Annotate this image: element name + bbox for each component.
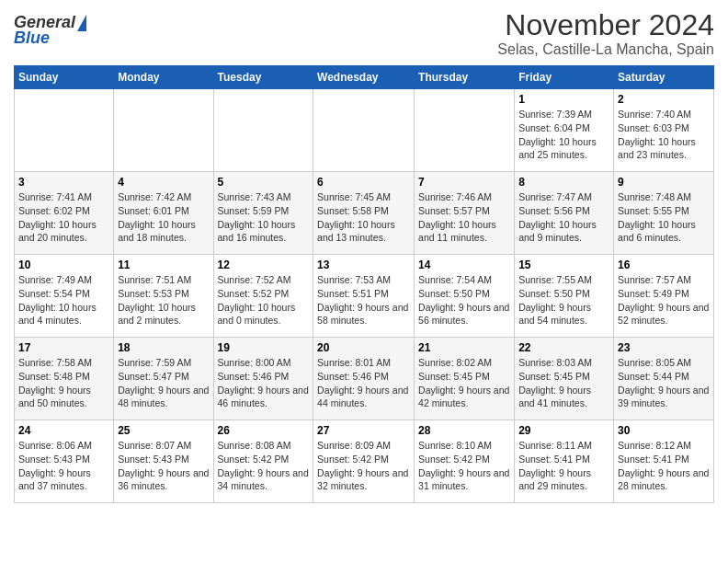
day-info: Sunrise: 8:07 AMSunset: 5:43 PMDaylight:…: [118, 439, 209, 493]
day-info: Sunrise: 7:52 AMSunset: 5:52 PMDaylight:…: [218, 273, 310, 327]
day-number: 29: [518, 424, 609, 437]
calendar-cell: 10Sunrise: 7:49 AMSunset: 5:54 PMDayligh…: [15, 255, 114, 338]
day-info: Sunrise: 8:05 AMSunset: 5:44 PMDaylight:…: [618, 356, 710, 410]
calendar-cell: 21Sunrise: 8:02 AMSunset: 5:45 PMDayligh…: [415, 338, 515, 420]
day-info: Sunrise: 7:51 AMSunset: 5:53 PMDaylight:…: [118, 273, 209, 327]
day-number: 24: [18, 424, 109, 437]
calendar-cell: [15, 89, 114, 172]
calendar-cell: [415, 89, 515, 172]
day-number: 12: [218, 259, 310, 271]
calendar-cell: 13Sunrise: 7:53 AMSunset: 5:51 PMDayligh…: [313, 255, 415, 338]
calendar-cell: 14Sunrise: 7:54 AMSunset: 5:50 PMDayligh…: [415, 255, 515, 338]
calendar-header: Sunday Monday Tuesday Wednesday Thursday…: [15, 66, 714, 89]
day-number: 27: [317, 424, 410, 437]
calendar-cell: 23Sunrise: 8:05 AMSunset: 5:44 PMDayligh…: [614, 338, 714, 420]
calendar-cell: 22Sunrise: 8:03 AMSunset: 5:45 PMDayligh…: [515, 338, 614, 420]
day-number: 5: [218, 176, 310, 189]
day-info: Sunrise: 7:55 AMSunset: 5:50 PMDaylight:…: [518, 273, 609, 327]
calendar-week-2: 3Sunrise: 7:41 AMSunset: 6:02 PMDaylight…: [15, 172, 714, 255]
day-info: Sunrise: 7:49 AMSunset: 5:54 PMDaylight:…: [18, 273, 109, 327]
day-number: 2: [618, 93, 710, 106]
day-number: 1: [518, 93, 609, 106]
calendar-cell: 24Sunrise: 8:06 AMSunset: 5:43 PMDayligh…: [15, 420, 114, 503]
logo-icon: [77, 15, 86, 31]
header-monday: Monday: [114, 66, 213, 89]
header: General Blue November 2024 Selas, Castil…: [14, 9, 714, 58]
calendar-cell: 29Sunrise: 8:11 AMSunset: 5:41 PMDayligh…: [515, 420, 614, 503]
calendar-cell: [213, 89, 313, 172]
day-number: 28: [418, 424, 510, 437]
day-info: Sunrise: 7:58 AMSunset: 5:48 PMDaylight:…: [18, 356, 109, 410]
day-info: Sunrise: 7:59 AMSunset: 5:47 PMDaylight:…: [118, 356, 209, 410]
day-info: Sunrise: 8:02 AMSunset: 5:45 PMDaylight:…: [418, 356, 510, 410]
calendar-cell: 28Sunrise: 8:10 AMSunset: 5:42 PMDayligh…: [415, 420, 515, 503]
calendar-week-5: 24Sunrise: 8:06 AMSunset: 5:43 PMDayligh…: [15, 420, 714, 503]
logo: General Blue: [14, 13, 86, 48]
day-number: 20: [317, 341, 410, 354]
calendar-cell: 2Sunrise: 7:40 AMSunset: 6:03 PMDaylight…: [614, 89, 714, 172]
day-number: 25: [118, 424, 209, 437]
day-info: Sunrise: 7:39 AMSunset: 6:04 PMDaylight:…: [518, 108, 609, 162]
header-sunday: Sunday: [15, 66, 114, 89]
day-info: Sunrise: 7:40 AMSunset: 6:03 PMDaylight:…: [618, 108, 710, 162]
day-info: Sunrise: 7:41 AMSunset: 6:02 PMDaylight:…: [18, 190, 109, 245]
calendar-cell: 16Sunrise: 7:57 AMSunset: 5:49 PMDayligh…: [614, 255, 714, 338]
location-subtitle: Selas, Castille-La Mancha, Spain: [497, 41, 714, 58]
day-info: Sunrise: 7:43 AMSunset: 5:59 PMDaylight:…: [218, 190, 310, 245]
day-number: 19: [218, 341, 310, 354]
day-number: 23: [618, 341, 710, 354]
day-info: Sunrise: 8:01 AMSunset: 5:46 PMDaylight:…: [317, 356, 410, 410]
day-number: 9: [618, 176, 710, 189]
header-row: Sunday Monday Tuesday Wednesday Thursday…: [15, 66, 714, 89]
header-wednesday: Wednesday: [313, 66, 415, 89]
day-number: 10: [18, 259, 109, 271]
day-info: Sunrise: 8:06 AMSunset: 5:43 PMDaylight:…: [18, 439, 109, 493]
day-number: 16: [618, 259, 710, 271]
calendar-cell: 6Sunrise: 7:45 AMSunset: 5:58 PMDaylight…: [313, 172, 415, 255]
day-info: Sunrise: 7:54 AMSunset: 5:50 PMDaylight:…: [418, 273, 510, 327]
header-saturday: Saturday: [614, 66, 714, 89]
day-info: Sunrise: 7:45 AMSunset: 5:58 PMDaylight:…: [317, 190, 410, 245]
calendar-week-1: 1Sunrise: 7:39 AMSunset: 6:04 PMDaylight…: [15, 89, 714, 172]
day-info: Sunrise: 8:09 AMSunset: 5:42 PMDaylight:…: [317, 439, 410, 493]
calendar-cell: 25Sunrise: 8:07 AMSunset: 5:43 PMDayligh…: [114, 420, 213, 503]
day-info: Sunrise: 7:42 AMSunset: 6:01 PMDaylight:…: [118, 190, 209, 245]
header-friday: Friday: [515, 66, 614, 89]
page-container: General Blue November 2024 Selas, Castil…: [0, 0, 728, 512]
calendar-cell: 27Sunrise: 8:09 AMSunset: 5:42 PMDayligh…: [313, 420, 415, 503]
calendar-body: 1Sunrise: 7:39 AMSunset: 6:04 PMDaylight…: [15, 89, 714, 503]
day-info: Sunrise: 7:57 AMSunset: 5:49 PMDaylight:…: [618, 273, 710, 327]
calendar-cell: 17Sunrise: 7:58 AMSunset: 5:48 PMDayligh…: [15, 338, 114, 420]
day-number: 17: [18, 341, 109, 354]
calendar-table: Sunday Monday Tuesday Wednesday Thursday…: [14, 65, 714, 503]
day-number: 3: [18, 176, 109, 189]
calendar-cell: 7Sunrise: 7:46 AMSunset: 5:57 PMDaylight…: [415, 172, 515, 255]
day-info: Sunrise: 7:48 AMSunset: 5:55 PMDaylight:…: [618, 190, 710, 245]
calendar-cell: 9Sunrise: 7:48 AMSunset: 5:55 PMDaylight…: [614, 172, 714, 255]
day-number: 13: [317, 259, 410, 271]
title-block: November 2024 Selas, Castille-La Mancha,…: [497, 9, 714, 58]
day-number: 8: [518, 176, 609, 189]
header-thursday: Thursday: [415, 66, 515, 89]
day-info: Sunrise: 8:11 AMSunset: 5:41 PMDaylight:…: [518, 439, 609, 493]
calendar-cell: 26Sunrise: 8:08 AMSunset: 5:42 PMDayligh…: [213, 420, 313, 503]
day-info: Sunrise: 8:12 AMSunset: 5:41 PMDaylight:…: [618, 439, 710, 493]
calendar-cell: 8Sunrise: 7:47 AMSunset: 5:56 PMDaylight…: [515, 172, 614, 255]
header-tuesday: Tuesday: [213, 66, 313, 89]
day-info: Sunrise: 8:10 AMSunset: 5:42 PMDaylight:…: [418, 439, 510, 493]
calendar-cell: [313, 89, 415, 172]
calendar-cell: 30Sunrise: 8:12 AMSunset: 5:41 PMDayligh…: [614, 420, 714, 503]
day-number: 7: [418, 176, 510, 189]
day-number: 18: [118, 341, 209, 354]
calendar-cell: 4Sunrise: 7:42 AMSunset: 6:01 PMDaylight…: [114, 172, 213, 255]
calendar-cell: 5Sunrise: 7:43 AMSunset: 5:59 PMDaylight…: [213, 172, 313, 255]
day-info: Sunrise: 7:53 AMSunset: 5:51 PMDaylight:…: [317, 273, 410, 327]
day-number: 22: [518, 341, 609, 354]
day-info: Sunrise: 8:00 AMSunset: 5:46 PMDaylight:…: [218, 356, 310, 410]
calendar-cell: 3Sunrise: 7:41 AMSunset: 6:02 PMDaylight…: [15, 172, 114, 255]
calendar-week-4: 17Sunrise: 7:58 AMSunset: 5:48 PMDayligh…: [15, 338, 714, 420]
day-number: 14: [418, 259, 510, 271]
day-info: Sunrise: 8:08 AMSunset: 5:42 PMDaylight:…: [218, 439, 310, 493]
calendar-cell: 18Sunrise: 7:59 AMSunset: 5:47 PMDayligh…: [114, 338, 213, 420]
calendar-cell: 1Sunrise: 7:39 AMSunset: 6:04 PMDaylight…: [515, 89, 614, 172]
